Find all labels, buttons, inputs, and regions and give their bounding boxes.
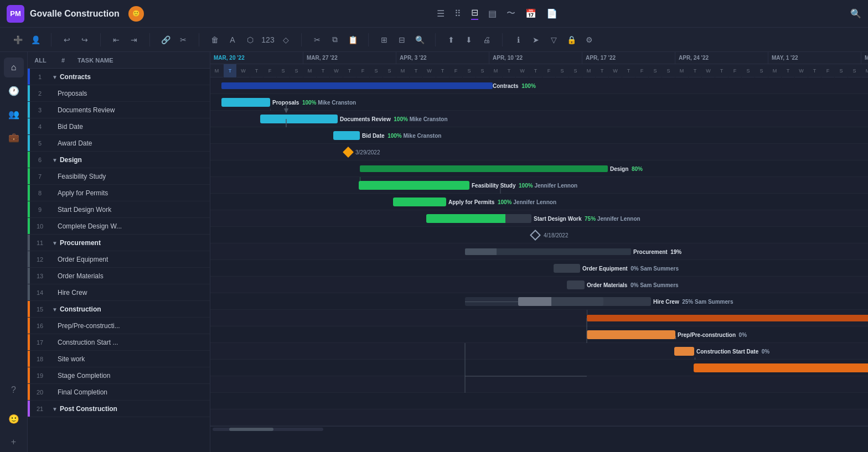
shape-button[interactable]: ◇ [278,32,293,48]
settings-button[interactable]: ⚙ [581,32,597,48]
day-label: S [755,64,768,77]
task-row[interactable]: 11 ▼Procurement [28,235,210,251]
upload-button[interactable]: ⬇ [461,32,477,48]
task-number: 13 [30,273,50,279]
gantt-row-9: Start Design Work 75% Jennifer Lennon [210,210,868,227]
toolbar: ➕ 👤 ↩ ↪ ⇤ ⇥ 🔗 ✂ 🗑 A ⬡ 123 ◇ ✂ ⧉ 📋 ⊞ ⊟ 🔍 … [0,28,868,52]
task-number: 10 [30,223,50,230]
day-label: S [835,64,848,77]
sidebar-work-icon[interactable]: 💼 [4,127,24,147]
grid-view-icon[interactable]: ⠿ [454,8,461,19]
task-row[interactable]: 13 Order Materials [28,268,210,284]
number-button[interactable]: 123 [260,32,276,48]
info-button[interactable]: ℹ [510,32,526,48]
task-row[interactable]: 3 Documents Review [28,102,210,118]
sidebar-add-icon[interactable]: + [4,432,24,452]
task-row[interactable]: 19 Stage Completion [28,367,210,384]
task-row[interactable]: 14 Hire Crew [28,284,210,301]
task-name: ▼Procurement [50,239,210,247]
filter-button[interactable]: ▽ [546,32,561,48]
copy-button[interactable]: ⧉ [327,32,343,48]
zoom-button[interactable]: 🔍 [412,32,427,48]
day-label: T [808,64,822,77]
task-name: ▼Post Construction [50,405,210,413]
day-label: M [861,64,868,77]
share-button[interactable]: ➤ [528,32,544,48]
task-row[interactable]: 6 ▼Design [28,152,210,168]
search-icon[interactable]: 🔍 [850,8,861,19]
gantt-row-16: Prep/Pre-construction 0% ↓ [210,326,868,343]
task-row[interactable]: 2 Proposals [28,85,210,102]
lock-button[interactable]: 🔒 [564,32,579,48]
task-number: 7 [30,173,50,180]
undo-button[interactable]: ↩ [59,32,75,48]
day-labels: MTWTFSSMTWTFSSMTWTFSSMTWTFSSMTWTFSSMTWTF… [210,64,868,77]
gantt-row-1: Contracts 100% [210,77,868,94]
task-row[interactable]: 12 Order Equipment [28,251,210,268]
week-label: APR, 10 '22 [489,52,582,64]
view-icon-1[interactable]: ⊞ [376,32,392,48]
task-name: Stage Completion [50,372,210,380]
redo-button[interactable]: ↪ [77,32,92,48]
sidebar-user-icon[interactable]: 🙂 [4,409,24,429]
col-name: TASK NAME [73,57,210,64]
calendar-view-icon[interactable]: 📅 [525,8,536,19]
task-row[interactable]: 17 Construction Start ... [28,334,210,351]
task-row[interactable]: 9 Start Design Work [28,201,210,218]
timeline-view-icon[interactable]: ⊟ [471,7,478,20]
chart-view-icon[interactable]: 〜 [507,8,515,19]
cut-button[interactable]: ✂ [309,32,325,48]
sidebar-team-icon[interactable]: 👥 [4,104,24,124]
week-label: APR, 17 '22 [582,52,675,64]
unlink-button[interactable]: ✂ [175,32,191,48]
sidebar-history-icon[interactable]: 🕐 [4,81,24,101]
doc-view-icon[interactable]: 📄 [546,8,557,19]
task-row[interactable]: 18 Site work [28,351,210,367]
delete-button[interactable]: 🗑 [207,32,223,48]
gantt-row-7: Feasibility Study 100% Jennifer Lennon [210,177,868,194]
gantt-area[interactable]: MAR, 20 '22 MAR, 27 '22 APR, 3 '22 APR, … [210,52,868,452]
list-view-icon[interactable]: ☰ [437,8,445,19]
print-button[interactable]: 🖨 [479,32,494,48]
user-avatar[interactable]: 🙂 [128,6,144,22]
task-row[interactable]: 7 Feasibility Study [28,168,210,185]
table-view-icon[interactable]: ▤ [488,8,497,19]
day-label: S [742,64,755,77]
task-name: Hire Crew [50,289,210,297]
task-row[interactable]: 10 Complete Design W... [28,218,210,235]
task-row[interactable]: 16 Prep/Pre-constructi... [28,318,210,334]
add-user-button[interactable]: 👤 [28,32,43,48]
indent-button[interactable]: ⇥ [126,32,142,48]
task-row[interactable]: 5 Award Date [28,135,210,152]
sidebar-help-icon[interactable]: ? [4,380,24,400]
day-label: T [317,64,330,77]
task-name: Prep/Pre-constructi... [50,322,210,330]
gantt-row-15 [210,310,868,326]
gantt-row-11: Procurement 19% [210,243,868,260]
fill-button[interactable]: ⬡ [242,32,258,48]
day-label: T [410,64,423,77]
view-icon-2[interactable]: ⊟ [394,32,410,48]
link-button[interactable]: 🔗 [158,32,173,48]
task-number: 19 [30,372,50,379]
sidebar-home-icon[interactable]: ⌂ [4,58,24,77]
task-row[interactable]: 8 Apply for Permits [28,185,210,201]
task-name: Order Equipment [50,256,210,263]
gantt-row-6: Design 80% [210,160,868,177]
export-button[interactable]: ⬆ [443,32,459,48]
col-all[interactable]: ALL [28,57,53,64]
task-number: 9 [30,206,50,213]
task-number: 6 [30,157,50,163]
task-row[interactable]: 4 Bid Date [28,118,210,135]
task-row[interactable]: 1 ▼Contracts [28,69,210,85]
outdent-button[interactable]: ⇤ [108,32,124,48]
toolbar-group-undo: ↩ ↪ [56,32,96,48]
task-row[interactable]: 20 Final Completion [28,384,210,401]
add-task-button[interactable]: ➕ [10,32,25,48]
font-button[interactable]: A [225,32,240,48]
toolbar-group-view2: ⊞ ⊟ 🔍 [373,32,431,48]
day-label: S [848,64,861,77]
paste-button[interactable]: 📋 [345,32,360,48]
task-row[interactable]: 15 ▼Construction [28,301,210,318]
task-row[interactable]: 21 ▼Post Construction [28,401,210,417]
